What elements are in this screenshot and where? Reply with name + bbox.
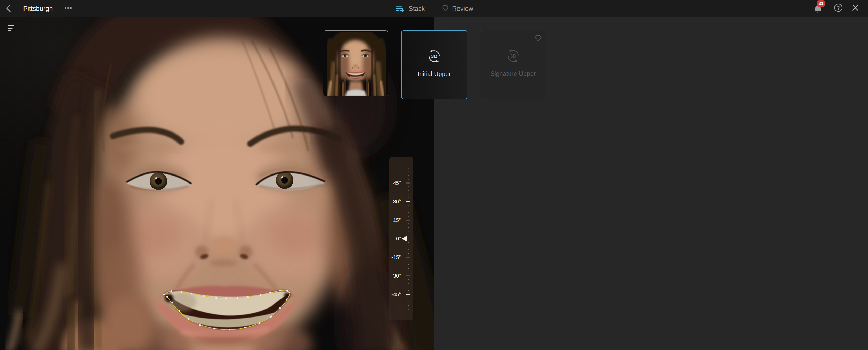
svg-text:0°: 0°: [396, 236, 401, 242]
svg-text:15°: 15°: [393, 217, 401, 223]
svg-text:-15°: -15°: [392, 254, 401, 260]
svg-text:45°: 45°: [393, 180, 401, 186]
svg-text:?: ?: [837, 5, 840, 10]
svg-text:-45°: -45°: [392, 291, 401, 297]
svg-text:-30°: -30°: [392, 273, 401, 279]
svg-text:30°: 30°: [393, 199, 401, 204]
svg-text:3D: 3D: [510, 54, 516, 59]
svg-text:3D: 3D: [431, 54, 437, 59]
